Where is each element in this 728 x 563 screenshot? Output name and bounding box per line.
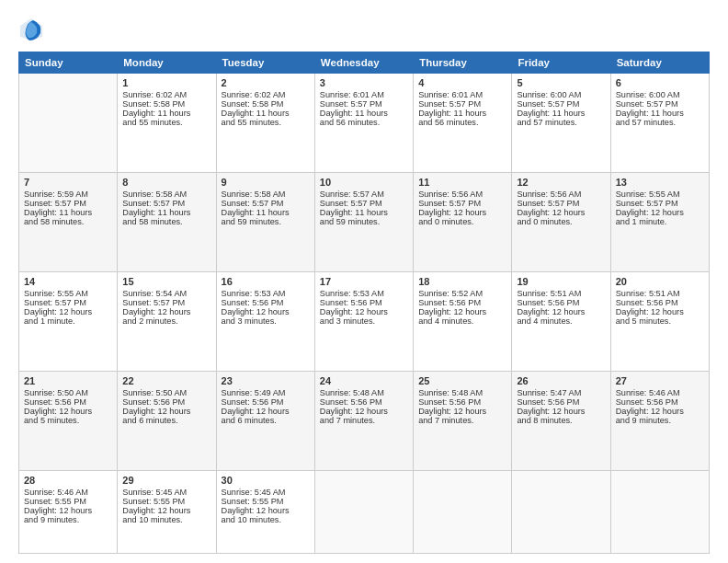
day-info-line: and 59 minutes. <box>222 217 310 226</box>
page: SundayMondayTuesdayWednesdayThursdayFrid… <box>0 0 728 563</box>
day-info-line: and 56 minutes. <box>418 118 506 127</box>
day-number: 26 <box>517 375 605 386</box>
calendar-cell: 25Sunrise: 5:48 AMSunset: 5:56 PMDayligh… <box>414 372 512 471</box>
day-info-line: Daylight: 12 hours <box>418 307 506 316</box>
day-info-line: Sunrise: 5:51 AM <box>616 289 704 298</box>
calendar-cell: 16Sunrise: 5:53 AMSunset: 5:56 PMDayligh… <box>216 272 314 372</box>
day-info-line: Sunrise: 5:48 AM <box>418 388 506 397</box>
day-info-line: Daylight: 12 hours <box>122 407 210 416</box>
day-info-line: Daylight: 11 hours <box>418 109 506 118</box>
day-info-line: and 10 minutes. <box>122 515 210 524</box>
day-info-line: Sunset: 5:57 PM <box>616 99 704 109</box>
day-info-line: Daylight: 11 hours <box>122 208 210 217</box>
day-number: 14 <box>24 276 112 287</box>
day-info-line: Sunrise: 6:00 AM <box>517 90 605 99</box>
day-info-line: Sunset: 5:56 PM <box>320 397 408 407</box>
day-info-line: Daylight: 11 hours <box>616 109 704 118</box>
calendar-cell: 22Sunrise: 5:50 AMSunset: 5:56 PMDayligh… <box>118 372 216 471</box>
calendar-cell: 9Sunrise: 5:58 AMSunset: 5:57 PMDaylight… <box>216 173 314 272</box>
calendar-cell: 3Sunrise: 6:01 AMSunset: 5:57 PMDaylight… <box>314 74 413 173</box>
calendar-cell: 6Sunrise: 6:00 AMSunset: 5:57 PMDaylight… <box>610 74 709 173</box>
day-info-line: Daylight: 11 hours <box>222 109 310 118</box>
day-info-line: and 6 minutes. <box>222 416 310 425</box>
day-info-line: Daylight: 12 hours <box>616 307 704 316</box>
calendar-cell: 4Sunrise: 6:01 AMSunset: 5:57 PMDaylight… <box>414 74 512 173</box>
calendar-cell: 21Sunrise: 5:50 AMSunset: 5:56 PMDayligh… <box>19 372 118 471</box>
header <box>18 17 710 42</box>
day-info-line: Sunrise: 5:48 AM <box>320 388 408 397</box>
calendar-cell: 26Sunrise: 5:47 AMSunset: 5:56 PMDayligh… <box>512 372 610 471</box>
calendar-header-row: SundayMondayTuesdayWednesdayThursdayFrid… <box>19 52 710 74</box>
calendar-cell: 19Sunrise: 5:51 AMSunset: 5:56 PMDayligh… <box>512 272 610 372</box>
day-info-line: Sunset: 5:56 PM <box>222 298 310 307</box>
day-info-line: Sunrise: 5:49 AM <box>222 388 310 397</box>
day-number: 13 <box>616 177 704 188</box>
calendar-cell: 28Sunrise: 5:46 AMSunset: 5:55 PMDayligh… <box>19 471 118 554</box>
day-number: 4 <box>418 77 506 88</box>
day-info-line: Sunrise: 5:58 AM <box>122 190 210 199</box>
day-info-line: Sunrise: 5:47 AM <box>517 388 605 397</box>
day-info-line: Sunrise: 5:50 AM <box>122 388 210 397</box>
calendar-cell: 23Sunrise: 5:49 AMSunset: 5:56 PMDayligh… <box>216 372 314 471</box>
day-number: 19 <box>517 276 605 287</box>
day-number: 9 <box>222 177 310 188</box>
day-info-line: and 57 minutes. <box>517 118 605 127</box>
day-info-line: Sunset: 5:56 PM <box>418 298 506 307</box>
day-info-line: and 5 minutes. <box>616 316 704 326</box>
day-info-line: and 8 minutes. <box>517 416 605 425</box>
calendar-cell: 20Sunrise: 5:51 AMSunset: 5:56 PMDayligh… <box>610 272 709 372</box>
day-info-line: and 6 minutes. <box>122 416 210 425</box>
day-info-line: Sunset: 5:57 PM <box>517 199 605 208</box>
calendar-cell: 27Sunrise: 5:46 AMSunset: 5:56 PMDayligh… <box>610 372 709 471</box>
day-info-line: and 55 minutes. <box>222 118 310 127</box>
calendar-cell: 12Sunrise: 5:56 AMSunset: 5:57 PMDayligh… <box>512 173 610 272</box>
day-number: 18 <box>418 276 506 287</box>
day-info-line: Sunset: 5:57 PM <box>517 99 605 109</box>
day-info-line: Sunset: 5:57 PM <box>418 199 506 208</box>
col-header-thursday: Thursday <box>414 52 512 74</box>
day-info-line: and 9 minutes. <box>616 416 704 425</box>
day-info-line: Daylight: 12 hours <box>616 208 704 217</box>
day-info-line: Daylight: 11 hours <box>24 208 112 217</box>
day-info-line: Daylight: 12 hours <box>320 307 408 316</box>
col-header-saturday: Saturday <box>610 52 709 74</box>
day-info-line: Daylight: 12 hours <box>24 407 112 416</box>
day-number: 24 <box>320 375 408 386</box>
day-info-line: Sunset: 5:58 PM <box>222 99 310 109</box>
day-info-line: Daylight: 12 hours <box>616 407 704 416</box>
logo-icon <box>18 17 44 42</box>
day-info-line: and 58 minutes. <box>24 217 112 226</box>
day-info-line: Daylight: 11 hours <box>222 208 310 217</box>
day-number: 21 <box>24 375 112 386</box>
day-info-line: and 56 minutes. <box>320 118 408 127</box>
day-info-line: Sunset: 5:57 PM <box>320 199 408 208</box>
day-info-line: Sunset: 5:57 PM <box>222 199 310 208</box>
day-info-line: Sunrise: 5:55 AM <box>24 289 112 298</box>
calendar-cell: 30Sunrise: 5:45 AMSunset: 5:55 PMDayligh… <box>216 471 314 554</box>
day-info-line: Sunrise: 5:56 AM <box>418 190 506 199</box>
day-info-line: and 4 minutes. <box>517 316 605 326</box>
day-info-line: Sunrise: 5:50 AM <box>24 388 112 397</box>
calendar-cell: 13Sunrise: 5:55 AMSunset: 5:57 PMDayligh… <box>610 173 709 272</box>
day-info-line: Sunrise: 5:54 AM <box>122 289 210 298</box>
day-info-line: Sunrise: 5:46 AM <box>24 488 112 497</box>
day-number: 7 <box>24 177 112 188</box>
day-info-line: Sunrise: 6:02 AM <box>122 90 210 99</box>
day-info-line: Sunrise: 6:00 AM <box>616 90 704 99</box>
day-info-line: and 9 minutes. <box>24 515 112 524</box>
day-info-line: Sunrise: 5:59 AM <box>24 190 112 199</box>
day-info-line: and 5 minutes. <box>24 416 112 425</box>
day-info-line: Daylight: 12 hours <box>418 208 506 217</box>
day-info-line: and 59 minutes. <box>320 217 408 226</box>
col-header-tuesday: Tuesday <box>216 52 314 74</box>
day-info-line: Sunset: 5:57 PM <box>122 298 210 307</box>
day-number: 30 <box>222 475 310 486</box>
day-info-line: Sunrise: 5:58 AM <box>222 190 310 199</box>
day-info-line: and 7 minutes. <box>320 416 408 425</box>
day-info-line: Sunset: 5:55 PM <box>222 497 310 506</box>
day-info-line: Sunset: 5:56 PM <box>517 298 605 307</box>
day-info-line: Daylight: 12 hours <box>222 506 310 515</box>
col-header-wednesday: Wednesday <box>314 52 413 74</box>
day-number: 11 <box>418 177 506 188</box>
day-info-line: Sunset: 5:57 PM <box>616 199 704 208</box>
